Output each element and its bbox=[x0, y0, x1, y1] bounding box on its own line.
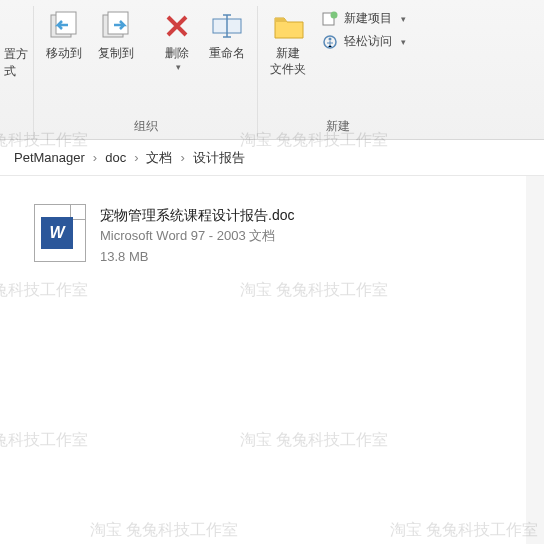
copy-to-icon bbox=[100, 10, 132, 42]
rename-button[interactable]: 重命名 bbox=[201, 6, 253, 66]
move-to-button[interactable]: 移动到 bbox=[38, 6, 90, 66]
rename-icon bbox=[211, 10, 243, 42]
chevron-down-icon: ▾ bbox=[401, 37, 406, 47]
file-entry[interactable]: W 宠物管理系统课程设计报告.doc Microsoft Word 97 - 2… bbox=[30, 200, 298, 272]
file-type: Microsoft Word 97 - 2003 文档 bbox=[100, 226, 294, 247]
group-label-new: 新建 bbox=[262, 114, 414, 139]
left-label-fragment: 置方式 bbox=[4, 46, 29, 80]
new-item-label: 新建项目 bbox=[344, 10, 392, 27]
easy-access-button[interactable]: 轻松访问 ▾ bbox=[322, 33, 406, 50]
move-to-icon bbox=[48, 10, 80, 42]
vertical-scrollbar[interactable] bbox=[526, 176, 544, 544]
chevron-right-icon: › bbox=[180, 150, 184, 165]
move-to-label: 移动到 bbox=[46, 46, 82, 62]
crumb-doc[interactable]: doc bbox=[101, 148, 130, 167]
new-folder-label: 新建 文件夹 bbox=[270, 46, 306, 77]
easy-access-icon bbox=[322, 34, 338, 50]
file-list-area: W 宠物管理系统课程设计报告.doc Microsoft Word 97 - 2… bbox=[0, 176, 544, 296]
breadcrumb[interactable]: PetManager › doc › 文档 › 设计报告 bbox=[0, 140, 544, 176]
new-small-group: 新建项目 ▾ 轻松访问 ▾ bbox=[314, 6, 414, 54]
crumb-petmanager[interactable]: PetManager bbox=[10, 148, 89, 167]
ribbon: 置方式 移动到 复制到 删除 ▾ bbox=[0, 0, 544, 140]
chevron-right-icon: › bbox=[134, 150, 138, 165]
svg-point-6 bbox=[331, 11, 338, 18]
word-icon-letter: W bbox=[41, 217, 73, 249]
file-name: 宠物管理系统课程设计报告.doc bbox=[100, 204, 294, 226]
crumb-design-report[interactable]: 设计报告 bbox=[189, 147, 249, 169]
chevron-right-icon: › bbox=[93, 150, 97, 165]
group-label-organize: 组织 bbox=[38, 114, 253, 139]
ribbon-items-new: 新建 文件夹 新建项目 ▾ 轻松访问 ▾ bbox=[262, 6, 414, 114]
file-size: 13.8 MB bbox=[100, 247, 294, 268]
ribbon-group-organize: 移动到 复制到 删除 ▾ 重命名 bbox=[34, 6, 258, 139]
easy-access-label: 轻松访问 bbox=[344, 33, 392, 50]
ribbon-left-fragment: 置方式 bbox=[0, 6, 34, 139]
chevron-down-icon: ▾ bbox=[176, 62, 181, 74]
crumb-docs-cn[interactable]: 文档 bbox=[142, 147, 176, 169]
ribbon-group-new: 新建 文件夹 新建项目 ▾ 轻松访问 ▾ 新建 bbox=[258, 6, 418, 139]
new-folder-button[interactable]: 新建 文件夹 bbox=[262, 6, 314, 81]
new-item-button[interactable]: 新建项目 ▾ bbox=[322, 10, 406, 27]
copy-to-label: 复制到 bbox=[98, 46, 134, 62]
rename-label: 重命名 bbox=[209, 46, 245, 62]
ribbon-items-organize: 移动到 复制到 删除 ▾ 重命名 bbox=[38, 6, 253, 114]
delete-icon bbox=[161, 10, 193, 42]
delete-button[interactable]: 删除 ▾ bbox=[153, 6, 201, 77]
folder-icon bbox=[272, 10, 304, 42]
word-doc-icon: W bbox=[34, 204, 86, 262]
svg-point-8 bbox=[329, 37, 332, 40]
copy-to-button[interactable]: 复制到 bbox=[90, 6, 142, 66]
new-item-icon bbox=[322, 11, 338, 27]
chevron-down-icon: ▾ bbox=[401, 14, 406, 24]
file-meta: 宠物管理系统课程设计报告.doc Microsoft Word 97 - 200… bbox=[100, 204, 294, 268]
svg-rect-3 bbox=[108, 12, 128, 34]
delete-label: 删除 bbox=[165, 46, 189, 62]
